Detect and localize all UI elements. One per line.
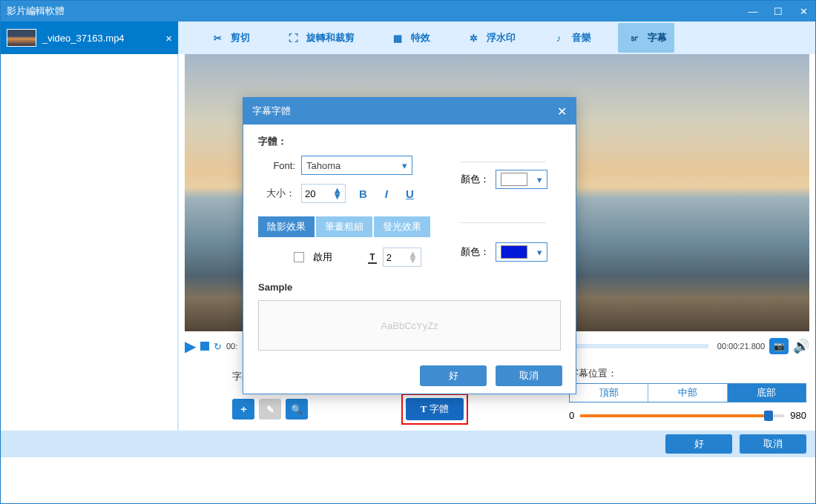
footer: 好 取消 [1, 431, 815, 457]
snapshot-button[interactable]: 📷 [769, 338, 789, 354]
file-close-icon[interactable]: × [165, 32, 172, 44]
tab-watermark[interactable]: ✲ 浮水印 [457, 23, 523, 53]
pos-bottom[interactable]: 底部 [728, 384, 806, 402]
stop-button[interactable] [200, 342, 209, 351]
time-start: 00: [226, 342, 237, 351]
music-icon: ♪ [550, 29, 567, 47]
dialog-ok-button[interactable]: 好 [420, 365, 487, 386]
volume-icon[interactable]: 🔊 [793, 338, 809, 354]
effects-icon: ▦ [389, 29, 407, 47]
font-section-label: 字體： [258, 135, 561, 148]
color-swatch-white [501, 173, 527, 186]
pos-mid[interactable]: 中部 [648, 384, 727, 402]
enable-label: 啟用 [313, 251, 332, 264]
dialog-titlebar: 字幕字體 ✕ [243, 98, 576, 125]
chevron-down-icon: ▾ [537, 174, 542, 185]
font-dialog: 字幕字體 ✕ 字體： Font: Tahoma ▾ 大小： [243, 97, 576, 394]
add-subtitle-button[interactable]: ＋ [232, 399, 254, 420]
font-button-highlight: T 字體 [401, 394, 468, 425]
watermark-icon: ✲ [464, 29, 482, 47]
search-button[interactable]: 🔍 [286, 399, 308, 420]
font-button[interactable]: T 字體 [406, 398, 464, 420]
sidebar [1, 54, 179, 431]
font-select[interactable]: Tahoma ▾ [301, 156, 412, 175]
slider-min: 0 [569, 410, 574, 421]
outline-spinner[interactable]: 2 ▲▼ [383, 248, 421, 267]
top-strip: _video_37163.mp4 × ✂ 剪切 ⛶ 旋轉和裁剪 ▦ 特效 ✲ 浮… [1, 21, 815, 54]
font-color-select[interactable]: ▾ [496, 170, 547, 189]
slider-max: 980 [790, 410, 806, 421]
maximize-button[interactable]: ☐ [772, 6, 784, 17]
app-title: 影片編輯軟體 [7, 4, 65, 18]
dialog-close-icon[interactable]: ✕ [557, 105, 567, 119]
position-label: 字幕位置： [569, 367, 806, 380]
cancel-button[interactable]: 取消 [740, 434, 806, 454]
file-thumbnail [7, 29, 36, 47]
file-tab[interactable]: _video_37163.mp4 × [1, 21, 179, 54]
size-label: 大小： [258, 187, 295, 200]
effect-color-label: 顏色： [461, 245, 490, 259]
font-label: Font: [258, 160, 295, 171]
sample-label: Sample [258, 282, 561, 293]
bold-button[interactable]: B [359, 188, 367, 200]
tab-shadow[interactable]: 陰影效果 [258, 216, 315, 237]
dialog-cancel-button[interactable]: 取消 [496, 365, 562, 386]
time-end: 00:00:21.800 [717, 342, 765, 351]
slider-thumb[interactable] [764, 411, 773, 421]
tab-effects[interactable]: ▦ 特效 [381, 23, 438, 53]
position-group: 頂部 中部 底部 [569, 383, 806, 402]
tab-cut[interactable]: ✂ 剪切 [201, 23, 257, 53]
crop-icon: ⛶ [284, 29, 302, 47]
text-icon: T [421, 403, 427, 415]
tab-rotate-crop[interactable]: ⛶ 旋轉和裁剪 [277, 23, 362, 53]
pos-top[interactable]: 頂部 [570, 384, 648, 402]
effect-color-select[interactable]: ▾ [496, 242, 547, 262]
chevron-down-icon: ▾ [537, 247, 542, 258]
effect-tabs: 陰影效果 筆畫粗細 發光效果 [258, 216, 450, 237]
play-button[interactable]: ▶ [185, 337, 196, 355]
titlebar: 影片編輯軟體 — ☐ ✕ [1, 1, 815, 21]
tab-stroke[interactable]: 筆畫粗細 [316, 216, 372, 237]
sample-preview: AaBbCcYyZz [258, 300, 561, 351]
tab-subtitle[interactable]: ㏛ 字幕 [618, 23, 674, 53]
ok-button[interactable]: 好 [665, 434, 732, 454]
size-spinner[interactable]: 20 ▲▼ [301, 184, 346, 203]
underline-button[interactable]: U [406, 188, 414, 200]
close-button[interactable]: ✕ [797, 6, 809, 17]
outline-icon: T [368, 251, 377, 264]
position-slider[interactable] [580, 414, 784, 417]
enable-checkbox[interactable] [294, 252, 304, 262]
edit-subtitle-button[interactable]: ✎ [259, 399, 281, 420]
tab-glow[interactable]: 發光效果 [374, 216, 430, 237]
color-swatch-blue [501, 245, 527, 259]
dialog-title: 字幕字體 [252, 105, 291, 118]
minimize-button[interactable]: — [747, 6, 759, 17]
file-name: _video_37163.mp4 [42, 33, 125, 44]
italic-button[interactable]: I [385, 188, 388, 200]
scissors-icon: ✂ [208, 29, 226, 47]
loop-icon[interactable]: ↻ [214, 341, 222, 352]
font-color-label: 顏色： [461, 173, 490, 186]
tab-music[interactable]: ♪ 音樂 [542, 23, 599, 53]
chevron-down-icon: ▾ [402, 160, 407, 171]
subtitle-icon: ㏛ [625, 29, 643, 47]
